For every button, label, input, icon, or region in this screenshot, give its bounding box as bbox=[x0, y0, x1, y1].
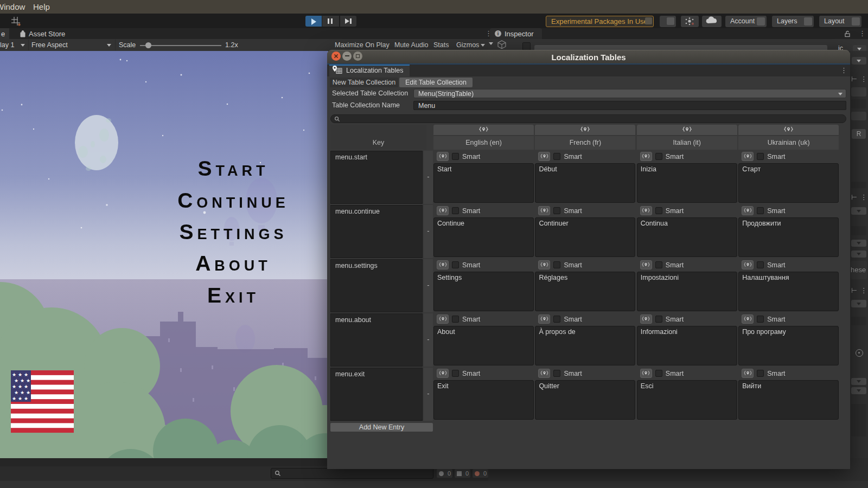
svg-text:★: ★ bbox=[12, 396, 16, 401]
svg-text:★: ★ bbox=[14, 378, 18, 383]
svg-text:★: ★ bbox=[12, 384, 16, 389]
svg-text:★: ★ bbox=[14, 390, 18, 395]
svg-text:★: ★ bbox=[24, 372, 28, 377]
svg-text:★: ★ bbox=[24, 384, 28, 389]
svg-text:★: ★ bbox=[26, 390, 30, 395]
svg-text:★: ★ bbox=[20, 378, 24, 383]
svg-text:★: ★ bbox=[18, 384, 22, 389]
svg-text:★: ★ bbox=[12, 372, 16, 377]
svg-text:★: ★ bbox=[20, 390, 24, 395]
svg-text:★: ★ bbox=[24, 396, 28, 401]
svg-text:★: ★ bbox=[26, 378, 30, 383]
svg-text:★: ★ bbox=[18, 372, 22, 377]
svg-text:★: ★ bbox=[18, 396, 22, 401]
